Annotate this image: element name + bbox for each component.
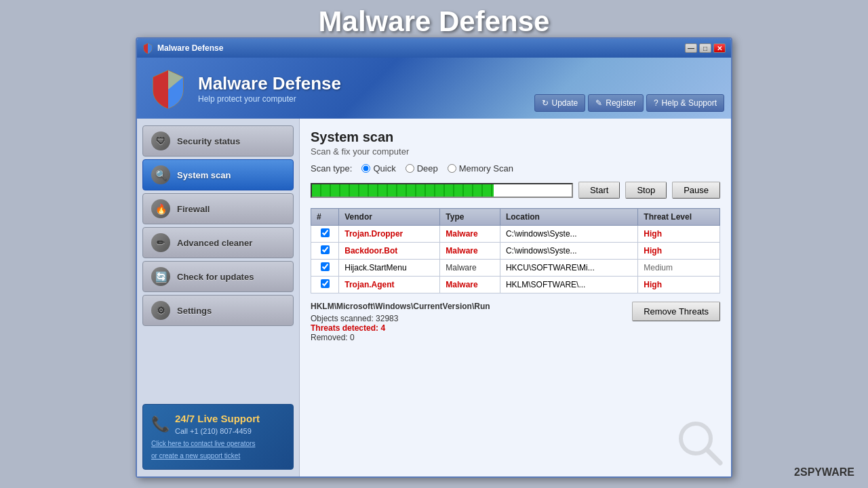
quick-radio[interactable] [361, 164, 370, 173]
row-threat-level: Medium [638, 260, 720, 277]
settings-icon: ⚙ [151, 301, 170, 320]
remove-threats-button[interactable]: Remove Threats [632, 302, 720, 321]
help-support-button[interactable]: ? Help & Support [646, 94, 724, 112]
row-threat-level: High [638, 277, 720, 293]
live-support-panel[interactable]: 📞 24/7 Live Support Call +1 (210) 807-44… [142, 404, 294, 470]
live-support-phone: Call +1 (210) 807-4459 [175, 427, 260, 435]
objects-scanned: Objects scanned: 32983 [311, 314, 490, 323]
sidebar-item-system-scan[interactable]: 🔍 System scan [142, 159, 294, 190]
stop-button[interactable]: Stop [625, 182, 667, 199]
live-support-link2[interactable]: or create a new support ticket [151, 451, 285, 461]
sidebar-label-firewall: Firewall [177, 204, 210, 214]
progress-bar-fill [312, 184, 494, 197]
row-vendor: Trojan.Agent [339, 277, 440, 293]
row-type: Malware [440, 277, 500, 293]
progress-bar-container [311, 183, 573, 198]
scan-type-label: Scan type: [311, 163, 352, 174]
magnifier-decoration [677, 420, 724, 470]
help-icon: ? [654, 98, 658, 108]
update-label: Update [552, 98, 578, 108]
svg-point-0 [681, 424, 711, 453]
progress-row: Start Stop Pause [311, 182, 720, 199]
row-checkbox-cell[interactable] [311, 277, 339, 293]
memory-radio[interactable] [448, 164, 456, 173]
content-subtitle: Scan & fix your computer [311, 146, 720, 157]
title-bar-controls: — □ ✕ [685, 43, 726, 53]
help-label: Help & Support [662, 98, 717, 108]
quick-label: Quick [373, 163, 395, 174]
removed-count: Removed: 0 [311, 333, 490, 342]
row-vendor: Backdoor.Bot [339, 243, 440, 260]
advanced-cleaner-icon: ✏ [151, 233, 170, 252]
app-header: Malware Defense Help protect your comput… [137, 58, 731, 119]
content-area: System scan Scan & fix your computer Sca… [300, 119, 731, 476]
scan-type-row: Scan type: Quick Deep Memory Scan [311, 163, 720, 174]
col-location: Location [500, 209, 637, 226]
row-location: C:\windows\Syste... [500, 226, 637, 243]
update-icon: ↻ [542, 98, 549, 108]
row-vendor: Hijack.StartMenu [339, 260, 440, 277]
sidebar-item-security-status[interactable]: 🛡 Security status [142, 125, 294, 157]
main-area: 🛡 Security status 🔍 System scan 🔥 Firewa… [137, 119, 731, 476]
row-threat-level: High [638, 243, 720, 260]
row-checkbox[interactable] [321, 245, 330, 254]
col-vendor: Vendor [339, 209, 440, 226]
row-type: Malware [440, 226, 500, 243]
update-button[interactable]: ↻ Update [534, 94, 586, 112]
threats-table: # Vendor Type Location Threat Level Troj… [311, 208, 720, 293]
check-updates-icon: 🔄 [151, 267, 170, 286]
scan-type-memory[interactable]: Memory Scan [448, 163, 513, 174]
deep-radio[interactable] [406, 164, 414, 173]
row-vendor: Trojan.Dropper [339, 226, 440, 243]
live-support-link1[interactable]: Click here to contact live operators [151, 439, 285, 449]
watermark: 2SPYWARE [794, 466, 854, 479]
application-window: Malware Defense — □ ✕ Malware Defense He… [136, 37, 732, 478]
row-threat-level: High [638, 226, 720, 243]
memory-label: Memory Scan [459, 163, 513, 174]
sidebar-label-scan: System scan [177, 170, 231, 180]
row-checkbox[interactable] [321, 228, 330, 237]
sidebar-item-check-updates[interactable]: 🔄 Check for updates [142, 261, 294, 292]
svg-line-1 [707, 449, 720, 463]
row-location: HKLM\SOFTWARE\... [500, 277, 637, 293]
sidebar-item-firewall[interactable]: 🔥 Firewall [142, 193, 294, 224]
row-checkbox-cell[interactable] [311, 260, 339, 277]
maximize-button[interactable]: □ [699, 43, 711, 53]
table-row: Backdoor.BotMalwareC:\windows\Syste...Hi… [311, 243, 720, 260]
register-label: Register [606, 98, 636, 108]
sidebar-item-settings[interactable]: ⚙ Settings [142, 295, 294, 326]
scan-type-quick[interactable]: Quick [361, 163, 395, 174]
deep-label: Deep [417, 163, 438, 174]
logo-icon [148, 68, 189, 108]
row-type: Malware [440, 243, 500, 260]
scan-result-row: HKLM\Microsoft\Windows\CurrentVersion\Ru… [311, 302, 720, 342]
register-icon: ✎ [595, 98, 602, 108]
col-num: # [311, 209, 339, 226]
row-checkbox-cell[interactable] [311, 226, 339, 243]
brand-subtitle: Help protect your computer [198, 94, 341, 104]
scan-type-deep[interactable]: Deep [406, 163, 438, 174]
content-title: System scan [311, 129, 720, 145]
col-type: Type [440, 209, 500, 226]
start-button[interactable]: Start [578, 182, 620, 199]
close-button[interactable]: ✕ [713, 43, 726, 53]
table-row: Trojan.AgentMalwareHKLM\SOFTWARE\...High [311, 277, 720, 293]
scan-stats: HKLM\Microsoft\Windows\CurrentVersion\Ru… [311, 302, 490, 342]
header-nav: ↻ Update ✎ Register ? Help & Support [534, 94, 724, 112]
register-button[interactable]: ✎ Register [588, 94, 644, 112]
pause-button[interactable]: Pause [672, 182, 720, 199]
sidebar-label-settings: Settings [177, 306, 212, 316]
phone-icon: 📞 [151, 415, 170, 433]
row-checkbox-cell[interactable] [311, 243, 339, 260]
row-location: HKCU\SOFTWARE\Mi... [500, 260, 637, 277]
sidebar-label-cleaner: Advanced cleaner [177, 238, 252, 248]
row-checkbox[interactable] [321, 279, 330, 288]
row-checkbox[interactable] [321, 262, 330, 271]
col-threat-level: Threat Level [638, 209, 720, 226]
title-bar-text: Malware Defense [157, 43, 685, 53]
minimize-button[interactable]: — [685, 43, 697, 53]
title-bar: Malware Defense — □ ✕ [137, 39, 731, 58]
app-icon [142, 43, 153, 54]
sidebar-label-security: Security status [177, 136, 240, 146]
sidebar-item-advanced-cleaner[interactable]: ✏ Advanced cleaner [142, 227, 294, 258]
